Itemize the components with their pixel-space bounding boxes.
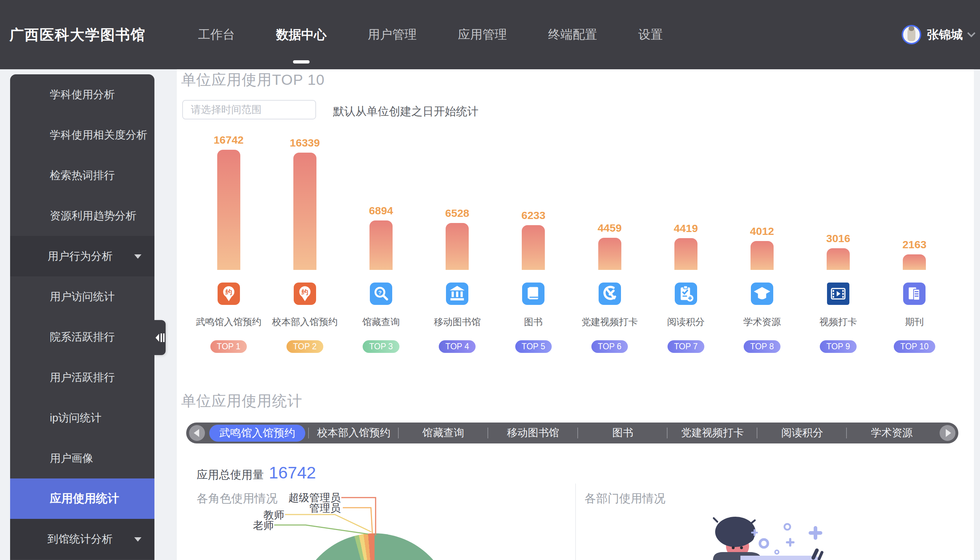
avatar[interactable] bbox=[902, 25, 921, 44]
bar-value: 6528 bbox=[445, 207, 470, 219]
tab-party-video[interactable]: 党建视频打卡 bbox=[668, 423, 757, 443]
sidebar-group-label: 用户行为分析 bbox=[48, 249, 113, 264]
chevron-down-icon[interactable] bbox=[967, 29, 976, 38]
tabs-scroll-left-button[interactable] bbox=[186, 423, 208, 443]
chart-column: 3016 视频打卡 TOP 9 bbox=[800, 126, 877, 353]
bar bbox=[293, 153, 317, 270]
total-usage-label: 应用总使用量 bbox=[197, 467, 264, 482]
tabs-scroll-right-button[interactable] bbox=[937, 423, 958, 443]
tab-academic-resources[interactable]: 学术资源 bbox=[847, 423, 937, 443]
rank-badge: TOP 6 bbox=[592, 340, 628, 353]
bar bbox=[827, 248, 850, 270]
chart-column: 4012 学术资源 TOP 8 bbox=[724, 126, 800, 353]
app-label: 移动图书馆 bbox=[434, 316, 481, 328]
date-hint-text: 默认从单位创建之日开始统计 bbox=[333, 104, 478, 119]
nav-item-workbench[interactable]: 工作台 bbox=[198, 0, 235, 69]
book-icon bbox=[522, 283, 545, 305]
tab-books[interactable]: 图书 bbox=[578, 423, 668, 443]
sidebar-item-subject-usage[interactable]: 学科使用分析 bbox=[10, 74, 155, 115]
tab-campus-reservation[interactable]: 校本部入馆预约 bbox=[309, 423, 399, 443]
bar-value: 4419 bbox=[674, 222, 698, 235]
tabs-scroll-left-icon bbox=[194, 429, 199, 437]
sidebar-group-visit-stats[interactable]: 到馆统计分析 bbox=[10, 519, 155, 559]
date-range-picker[interactable] bbox=[182, 100, 316, 120]
svg-text:?: ? bbox=[378, 289, 382, 295]
main-content: 单位应用使用TOP 10 默认从单位创建之日开始统计 16742 约 武鸣馆入馆… bbox=[177, 69, 974, 560]
sidebar-item-subject-relevance[interactable]: 学科使用相关度分析 bbox=[10, 115, 155, 155]
app-label: 图书 bbox=[524, 316, 543, 328]
selected-tab-pill: 武鸣馆入馆预约 bbox=[209, 425, 305, 442]
sidebar-item-resource-trend[interactable]: 资源利用趋势分析 bbox=[10, 195, 155, 236]
chart-column: 16339 约 校本部入馆预约 TOP 2 bbox=[267, 126, 343, 353]
booking-pin-icon: 约 bbox=[294, 283, 316, 305]
sidebar-item-user-visits[interactable]: 用户访问统计 bbox=[10, 277, 155, 317]
top-header-bar: 广西医科大学图书馆 工作台 数据中心 用户管理 应用管理 终端配置 设置 张锦城 bbox=[0, 0, 980, 69]
bar-value: 6233 bbox=[522, 209, 545, 222]
person-illustration bbox=[707, 517, 830, 560]
chart-column: 16742 约 武鸣馆入馆预约 TOP 1 bbox=[190, 126, 267, 353]
sidebar-item-faculty-activity[interactable]: 院系活跃排行 bbox=[10, 317, 155, 357]
nav-item-app-management[interactable]: 应用管理 bbox=[458, 0, 507, 69]
rank-badge: TOP 4 bbox=[439, 340, 475, 353]
chart-column: 4419 阅读积分 TOP 7 bbox=[648, 126, 724, 353]
rank-badge: TOP 8 bbox=[744, 340, 780, 353]
departments-chart-title: 各部门使用情况 bbox=[585, 491, 665, 507]
chart-column: 6233 图书 TOP 5 bbox=[495, 126, 572, 353]
tab-mobile-library[interactable]: 移动图书馆 bbox=[488, 423, 578, 443]
svg-text:约: 约 bbox=[301, 288, 308, 296]
rank-badge: TOP 9 bbox=[820, 340, 857, 353]
sidebar-item-user-activity[interactable]: 用户活跃排行 bbox=[10, 357, 155, 398]
app-dashboard: { "header": { "logo": "广西医科大学图书馆", "nav"… bbox=[0, 0, 980, 560]
reading-points-clipboard-icon bbox=[675, 283, 697, 305]
nav-item-terminal-config[interactable]: 终端配置 bbox=[548, 0, 597, 69]
chart-column: 2163 期刊 TOP 10 bbox=[877, 126, 953, 353]
bar-value: 4459 bbox=[598, 222, 622, 234]
user-name: 张锦城 bbox=[927, 27, 963, 43]
app-label: 武鸣馆入馆预约 bbox=[196, 316, 262, 328]
app-label: 校本部入馆预约 bbox=[272, 316, 338, 328]
library-building-icon bbox=[446, 283, 468, 305]
bar-value: 16742 bbox=[213, 134, 243, 146]
bar-value: 4012 bbox=[750, 225, 774, 237]
video-film-icon bbox=[827, 283, 849, 305]
bar bbox=[370, 220, 393, 270]
collapse-sidebar-icon bbox=[155, 331, 166, 345]
user-menu[interactable]: 张锦城 bbox=[902, 0, 974, 69]
sidebar-collapse-handle[interactable] bbox=[155, 320, 166, 355]
rank-badge: TOP 3 bbox=[363, 340, 400, 353]
app-tabs: 武鸣馆入馆预约 校本部入馆预约 馆藏查询 移动图书馆 图书 党建视频打卡 阅读积… bbox=[208, 423, 937, 443]
sidebar-item-hot-search[interactable]: 检索热词排行 bbox=[10, 155, 155, 195]
bar bbox=[903, 254, 926, 270]
sidebar-group-user-behavior[interactable]: 用户行为分析 bbox=[10, 236, 155, 277]
caret-down-icon bbox=[134, 254, 142, 259]
bar bbox=[674, 238, 697, 270]
rank-badge: TOP 2 bbox=[287, 340, 323, 353]
tab-reading-points[interactable]: 阅读积分 bbox=[757, 423, 847, 443]
tab-wuming-reservation[interactable]: 武鸣馆入馆预约 bbox=[208, 423, 309, 443]
avatar-image bbox=[907, 28, 915, 41]
nav-item-data-center[interactable]: 数据中心 bbox=[276, 0, 327, 69]
nav-item-user-management[interactable]: 用户管理 bbox=[368, 0, 417, 69]
sidebar-item-ip-visits[interactable]: ip访问统计 bbox=[10, 398, 155, 438]
app-label: 期刊 bbox=[905, 316, 924, 328]
nav-item-settings[interactable]: 设置 bbox=[638, 0, 663, 69]
party-emblem-icon bbox=[598, 283, 621, 305]
bar bbox=[750, 241, 773, 270]
app-tab-bar: 武鸣馆入馆预约 校本部入馆预约 馆藏查询 移动图书馆 图书 党建视频打卡 阅读积… bbox=[186, 423, 958, 443]
svg-text:约: 约 bbox=[225, 288, 232, 296]
app-label: 阅读积分 bbox=[667, 316, 705, 328]
chart-column: 4459 党建视频打卡 TOP 6 bbox=[572, 126, 648, 353]
top-navigation: 工作台 数据中心 用户管理 应用管理 终端配置 设置 bbox=[198, 0, 663, 69]
section-title-top10: 单位应用使用TOP 10 bbox=[181, 70, 325, 90]
sidebar-item-app-usage-stats[interactable]: 应用使用统计 bbox=[10, 478, 155, 519]
bar-value: 16339 bbox=[290, 137, 320, 149]
tab-catalog-search[interactable]: 馆藏查询 bbox=[399, 423, 488, 443]
date-range-input[interactable] bbox=[191, 104, 321, 115]
sidebar-item-user-profile[interactable]: 用户画像 bbox=[10, 438, 155, 478]
tabs-scroll-right-icon bbox=[946, 429, 951, 437]
sidebar-group-label: 到馆统计分析 bbox=[48, 532, 113, 547]
bar bbox=[446, 223, 469, 270]
bar-value: 2163 bbox=[902, 238, 927, 251]
caret-down-icon bbox=[134, 537, 142, 542]
rank-badge: TOP 1 bbox=[210, 340, 247, 353]
